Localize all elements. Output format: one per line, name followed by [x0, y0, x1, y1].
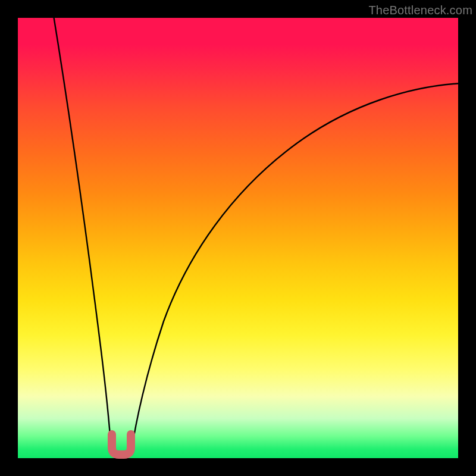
plot-area	[18, 18, 458, 458]
curve-left-branch	[53, 12, 111, 451]
curve-right-branch	[131, 83, 461, 451]
cusp-u-marker	[112, 434, 131, 455]
bottleneck-curve	[18, 18, 458, 458]
chart-frame: TheBottleneck.com	[0, 0, 476, 476]
watermark-text: TheBottleneck.com	[368, 4, 472, 17]
